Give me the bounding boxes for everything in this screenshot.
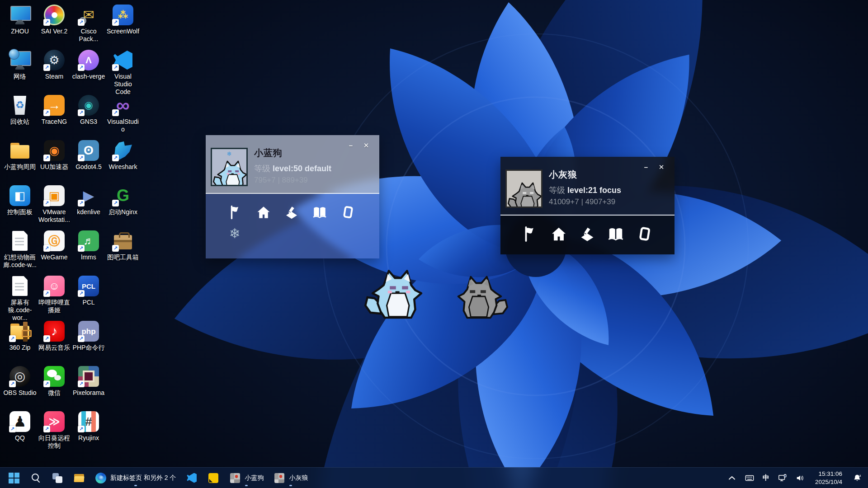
desktop-icon[interactable]: Ⓖ ↗ WeGame (37, 230, 71, 261)
app-icon-glyph: ▶ (83, 188, 94, 203)
app-icon-glyph: ⚙ (49, 54, 59, 66)
app-icon-glyph: ♻ (15, 100, 24, 110)
taskbar-app-icon (8, 472, 20, 484)
search-button[interactable] (26, 469, 45, 487)
desktop-icon-label: Wireshark (106, 163, 140, 171)
pet-window-header[interactable]: – ✕ ❄ 小蓝狗 等级 level:50 default 795+7 | 88… (206, 135, 379, 193)
desktop-pet-gray-wolf[interactable] (451, 271, 508, 322)
desktop-icon[interactable]: ✉ ↗ Cisco Pack... (71, 4, 106, 43)
cards-icon[interactable] (636, 225, 653, 243)
book-icon[interactable] (607, 225, 624, 243)
desktop-icon[interactable]: ↗ 小蓝狗周周 (3, 139, 37, 171)
desktop-icon[interactable]: ⁂ ↗ ScreenWolf (106, 4, 140, 35)
desktop-icon[interactable]: ↗ Visual Studio Code (106, 49, 140, 96)
pet-stats: 41009+7 | 4907+39 (549, 197, 615, 206)
file-explorer-button[interactable] (70, 469, 89, 487)
desktop-icon[interactable]: ◧ ↗ 控制面板 (3, 184, 37, 216)
desktop-icon[interactable]: # ↗ Ryujinx (71, 410, 106, 442)
pet-avatar: ❄ (211, 148, 248, 186)
shortcut-arrow-icon: ↗ (43, 64, 50, 71)
hidden-icons-chevron[interactable] (726, 473, 737, 483)
ime-indicator[interactable]: 中 (762, 473, 770, 483)
desktop-icon[interactable]: ▣ ↗ VMware Workstati... (37, 184, 71, 224)
minimize-button[interactable]: – (347, 141, 355, 149)
desktop-icon[interactable]: ∞ ↗ VisualStudio (106, 94, 140, 133)
desktop-icon[interactable]: ◉ ↗ GNS3 (71, 94, 106, 126)
desktop-icon[interactable]: ↗ 360 Zip (3, 320, 37, 352)
desktop-pet-blue-dog[interactable] (364, 265, 429, 322)
desktop-icon[interactable]: ♪ ↗ 网易云音乐 (37, 320, 71, 352)
vscode-button[interactable] (182, 469, 201, 487)
desktop-icon[interactable]: php ↗ PHP命令行 (71, 320, 106, 352)
notification-bell-icon[interactable]: z (852, 473, 863, 483)
write-icon[interactable] (284, 205, 299, 220)
snowflake-status-icon[interactable]: ❄ (229, 226, 241, 241)
touch-keyboard-icon[interactable] (744, 473, 755, 483)
desktop-icon[interactable]: ▶ ↗ kdenlive (71, 184, 106, 216)
close-button[interactable]: ✕ (362, 141, 370, 149)
pet-action-bar (500, 216, 675, 243)
flag-icon[interactable] (522, 225, 539, 243)
blue-dog-avatar-art: ❄ (212, 149, 246, 185)
minimize-button[interactable]: – (642, 163, 650, 170)
desktop-icon[interactable]: ◎ ↗ OBS Studio (3, 365, 37, 397)
edge-window-button[interactable]: 新建标签页 和另外 2 个 (91, 469, 179, 487)
shortcut-arrow-icon: ↗ (43, 426, 50, 432)
shortcut-arrow-icon: ↗ (43, 109, 50, 116)
yellow-note-app-button[interactable] (204, 469, 223, 487)
network-icon[interactable] (777, 473, 788, 483)
flag-icon[interactable] (228, 205, 243, 220)
home-icon[interactable] (550, 225, 567, 243)
desktop-icon-label: Ryujinx (71, 434, 106, 442)
pet-window-header[interactable]: – ✕ 小灰狼 等级 level:21 focus 41009+7 | 4907… (500, 157, 675, 215)
system-tray: 中 15:31:06 2025/10/4 z (726, 469, 868, 486)
task-view-button[interactable] (48, 469, 67, 487)
shortcut-arrow-icon: ↗ (43, 290, 50, 297)
volume-icon[interactable] (795, 473, 806, 483)
desktop-icon[interactable]: ♻ ↗ 回收站 (3, 94, 37, 126)
desktop-icon[interactable]: PCL ↗ PCL (71, 275, 106, 306)
start-button[interactable] (5, 469, 24, 487)
desktop-icon[interactable]: ◉ ↗ UU加速器 (37, 139, 71, 171)
close-button[interactable]: ✕ (657, 163, 665, 170)
pet-window-button-blue-dog[interactable]: 小蓝狗 (226, 469, 267, 487)
desktop-icon[interactable]: Λ ↗ clash-verge (71, 49, 106, 80)
desktop-icon[interactable]: ♟ ↗ QQ (3, 410, 37, 442)
desktop-icon[interactable]: ↗ 图吧工具箱 (106, 230, 140, 261)
app-icon: ♻ (9, 95, 30, 116)
book-icon[interactable] (312, 205, 327, 220)
desktop-icon[interactable]: ↗ 网络 (3, 49, 37, 80)
desktop-icon[interactable]: → ↗ TraceNG (37, 94, 71, 126)
desktop-icon[interactable]: ≫ ↗ 向日葵远程控制 (37, 410, 71, 450)
desktop-icon[interactable]: ↗ Wireshark (106, 139, 140, 171)
pet-stats: 795+7 | 889+39 (254, 176, 308, 185)
desktop-icon[interactable]: ↗ Pixelorama (71, 365, 106, 397)
desktop-icon-label: 控制面板 (3, 208, 37, 216)
desktop-icon-label: SAI Ver.2 (37, 28, 71, 35)
taskbar-clock[interactable]: 15:31:06 2025/10/4 (812, 469, 845, 486)
desktop-icon[interactable]: ↗ 幻想动物画廊.code-w... (3, 230, 37, 269)
write-icon[interactable] (579, 225, 596, 243)
app-icon (9, 50, 30, 70)
desktop-icon-label: VisualStudio (106, 118, 140, 133)
desktop-icon[interactable]: ʘ ↗ Godot4.5 (71, 139, 106, 171)
app-icon-glyph: PCL (82, 283, 95, 290)
desktop-icon[interactable]: G ↗ 启动Nginx (106, 184, 140, 216)
app-icon-glyph: ◎ (14, 370, 25, 383)
desktop-icon[interactable]: ⚙ ↗ Steam (37, 49, 71, 80)
desktop-icon[interactable]: ☺ ↗ 哔哩哔哩直播姬 (37, 275, 71, 314)
cards-icon[interactable] (340, 205, 355, 220)
taskbar-item-label: 小蓝狗 (245, 474, 264, 482)
desktop-icon[interactable]: ↗ ZHOU (3, 4, 37, 35)
app-icon-glyph: ⁂ (118, 10, 128, 20)
app-icon (9, 140, 30, 161)
clock-time: 15:31:06 (815, 470, 842, 478)
app-icon (9, 5, 30, 25)
home-icon[interactable] (256, 205, 271, 220)
app-icon-glyph: ▣ (49, 190, 60, 202)
desktop-icon[interactable]: ↗ 屏幕有狼.code-wor... (3, 275, 37, 322)
desktop-icon[interactable]: ↗ 微信 (37, 365, 71, 397)
desktop-icon[interactable]: ↗ SAI Ver.2 (37, 4, 71, 35)
desktop-icon[interactable]: ♬ ↗ lmms (71, 230, 106, 261)
pet-window-button-gray-wolf[interactable]: 小灰狼 (270, 469, 311, 487)
